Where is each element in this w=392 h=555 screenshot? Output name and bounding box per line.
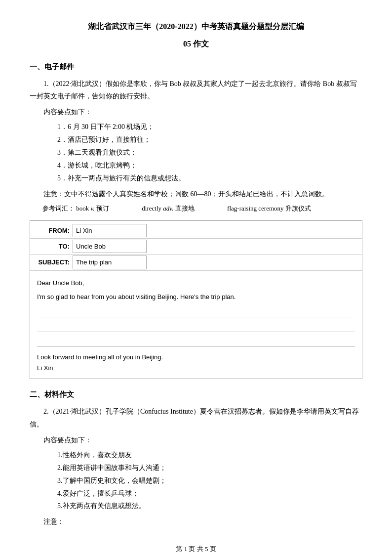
main-title: 湖北省武汉市三年（2020-2022）中考英语真题分题型分层汇编 (30, 20, 362, 34)
section1-title: 一、电子邮件 (30, 60, 362, 74)
content-title2: 内容要点如下： (43, 434, 362, 447)
list-item: 4．游长城，吃北京烤鸭； (57, 159, 362, 172)
vocab-label: 参考词汇： (42, 205, 75, 212)
email-intro: I'm so glad to hear from you about visit… (37, 292, 355, 302)
vocab-directly: directly adv. 直接地 (142, 205, 194, 212)
list-item: 3.了解中国历史和文化，会唱楚剧； (57, 474, 362, 487)
content-list2: 1.性格外向，喜欢交朋友 2.能用英语讲中国故事和与人沟通； 3.了解中国历史和… (57, 449, 362, 512)
question1-intro: 1.（2022·湖北武汉）假如你是李欣，你与 Bob 叔叔及其家人约定了一起去北… (30, 78, 362, 103)
list-item: 2．酒店已预订好，直接前往； (57, 133, 362, 146)
to-label: TO: (35, 241, 70, 252)
email-container: FROM: Li Xin TO: Uncle Bob SUBJECT: The … (30, 220, 362, 380)
vocab-flag: flag-raising ceremony 升旗仪式 (227, 205, 311, 212)
email-to-row: TO: Uncle Bob (30, 239, 362, 255)
email-subject-row: SUBJECT: The trip plan (30, 255, 362, 270)
page-footer: 第 1 页 共 5 页 (30, 543, 362, 555)
email-line2 (37, 321, 355, 332)
from-value: Li Xin (73, 224, 147, 237)
email-from-row: FROM: Li Xin (30, 223, 362, 239)
question2-intro: 2.（2021·湖北武汉）孔子学院（Confucius Institute）夏令… (30, 405, 362, 431)
list-item: 1.性格外向，喜欢交朋友 (57, 449, 362, 462)
list-item: 1．6 月 30 日下午 2:00 机场见； (57, 121, 362, 133)
list-item: 3．第二天观看升旗仪式； (57, 146, 362, 159)
note2-text: 注意： (43, 515, 362, 528)
list-item: 5.补充两点有关信息或想法。 (57, 500, 362, 512)
email-body: Dear Uncle Bob, I'm so glad to hear from… (30, 273, 362, 379)
email-opening: Dear Uncle Bob, (37, 278, 355, 289)
list-item: 4.爱好广泛，擅长乒乓球； (57, 487, 362, 500)
list-item: 2.能用英语讲中国故事和与人沟通； (57, 462, 362, 474)
email-sign: Li Xin (37, 363, 355, 374)
section2-title: 二、材料作文 (30, 388, 362, 401)
content-title: 内容要点如下： (43, 106, 362, 119)
email-line1 (37, 306, 355, 317)
sub-title: 05 作文 (30, 37, 362, 51)
section1: 一、电子邮件 1.（2022·湖北武汉）假如你是李欣，你与 Bob 叔叔及其家人… (30, 60, 362, 380)
list-item: 5．补充一两点与旅行有关的信息或想法。 (57, 172, 362, 185)
email-closing: Look forward to meeting all of you in Be… (37, 352, 355, 363)
to-value: Uncle Bob (73, 240, 147, 253)
email-line3 (37, 336, 355, 347)
section2: 二、材料作文 2.（2021·湖北武汉）孔子学院（Confucius Insti… (30, 388, 362, 528)
email-header: FROM: Li Xin TO: Uncle Bob SUBJECT: The … (30, 221, 362, 273)
content-list1: 1．6 月 30 日下午 2:00 机场见； 2．酒店已预订好，直接前往； 3．… (57, 121, 362, 184)
from-label: FROM: (35, 225, 70, 236)
vocab-book: book v. 预订 (76, 205, 109, 212)
note-text: 注意：文中不得透露个人真实姓名和学校；词数 60—80；开头和结尾已给出，不计入… (43, 188, 362, 201)
subject-value: The trip plan (73, 256, 147, 269)
vocab-line: 参考词汇： book v. 预订 directly adv. 直接地 flag-… (42, 203, 362, 214)
subject-label: SUBJECT: (35, 256, 70, 268)
